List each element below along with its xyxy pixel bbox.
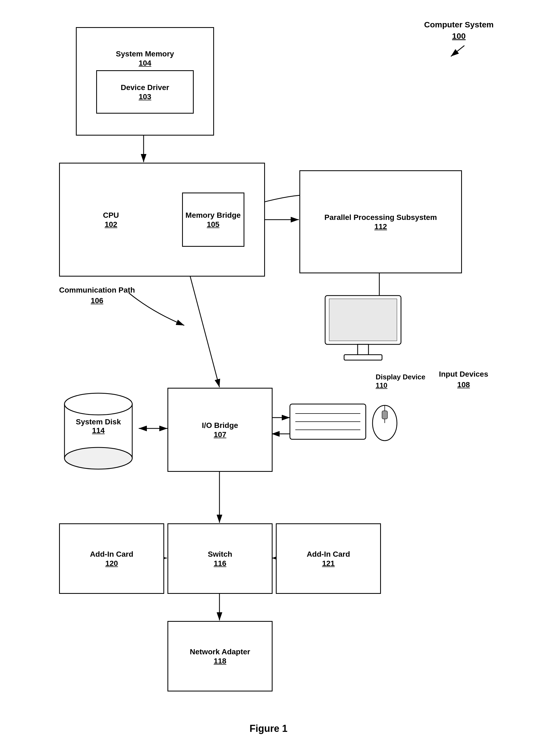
network-adapter-box: Network Adapter 118 — [167, 621, 272, 691]
add-in-card-121-box: Add-In Card 121 — [276, 523, 381, 594]
input-devices-label: Input Devices 108 — [439, 369, 488, 390]
system-disk-group: System Disk 114 — [59, 388, 138, 472]
cpu-memory-bridge-box: CPU 102 Memory Bridge 105 — [59, 163, 265, 277]
system-disk-label: System Disk 114 — [64, 418, 132, 435]
computer-system-label: Computer System 100 — [424, 19, 494, 59]
io-bridge-box: I/O Bridge 107 — [167, 388, 272, 472]
svg-rect-16 — [358, 344, 368, 355]
display-device-group: Display Device 110 — [317, 293, 409, 369]
svg-line-4 — [190, 274, 220, 387]
memory-bridge-box: Memory Bridge 105 — [182, 193, 244, 247]
svg-line-13 — [451, 46, 464, 56]
monitor-svg — [317, 293, 409, 369]
figure-caption: Figure 1 — [250, 723, 287, 734]
memory-bridge-section: Memory Bridge 105 — [162, 163, 264, 276]
device-driver-box: Device Driver 103 — [96, 70, 194, 113]
svg-point-27 — [64, 447, 132, 469]
svg-rect-17 — [344, 355, 382, 360]
input-devices-group — [287, 396, 401, 456]
system-memory-box: System Memory 104 Device Driver 103 — [76, 27, 214, 136]
switch-box: Switch 116 — [167, 523, 272, 594]
svg-rect-15 — [329, 299, 397, 341]
diagram-container: Computer System 100 System Memory 104 De… — [0, 0, 537, 756]
cpu-section: CPU 102 — [60, 163, 162, 276]
input-devices-svg — [287, 396, 401, 456]
parallel-processing-box: Parallel Processing Subsystem 112 — [299, 170, 462, 273]
add-in-card-120-box: Add-In Card 120 — [59, 523, 164, 594]
comm-path-106-label: Communication Path 106 — [59, 285, 135, 306]
display-device-label: Display Device 110 — [376, 373, 425, 390]
svg-rect-24 — [382, 411, 388, 419]
svg-point-26 — [64, 393, 132, 415]
